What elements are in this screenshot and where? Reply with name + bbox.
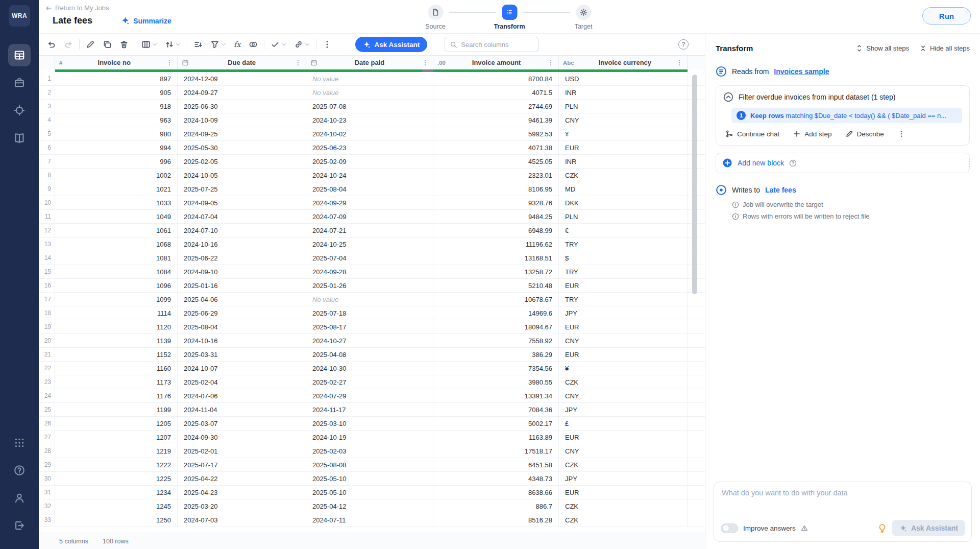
cell-invoice-no[interactable]: 1222 [55, 458, 178, 471]
column-menu-icon[interactable] [422, 59, 429, 66]
cell-invoice-currency[interactable]: CZK [559, 458, 688, 471]
row-number[interactable]: 13 [39, 237, 55, 251]
cell-invoice-amount[interactable]: 17518.17 [433, 444, 559, 458]
cell-invoice-amount[interactable]: 5992.53 [433, 127, 559, 140]
row-number[interactable]: 32 [39, 499, 55, 513]
cell-invoice-amount[interactable]: 3980.55 [433, 375, 559, 389]
cell-due-date[interactable]: 2024-12-09 [178, 72, 306, 85]
table-row[interactable]: 1811142025-06-292025-07-1814969.6JPY [39, 306, 705, 320]
cell-invoice-amount[interactable]: 7354.56 [433, 362, 559, 375]
table-row[interactable]: 3012252025-04-222025-05-104348.73JPY [39, 472, 705, 486]
table-row[interactable]: 1610962025-01-162025-01-265210.48EUR [39, 279, 705, 293]
cell-due-date[interactable]: 2024-09-10 [178, 265, 306, 278]
cell-due-date[interactable]: 2024-07-10 [178, 224, 306, 237]
cell-invoice-amount[interactable]: 13258.72 [433, 265, 559, 278]
cell-due-date[interactable]: 2024-11-04 [178, 403, 306, 416]
cell-invoice-no[interactable]: 980 [55, 127, 178, 140]
cell-invoice-no[interactable]: 1219 [55, 444, 178, 458]
row-number[interactable]: 26 [39, 417, 55, 430]
cell-invoice-no[interactable]: 1099 [55, 293, 178, 306]
cell-invoice-amount[interactable]: 13168.51 [433, 251, 559, 265]
table-row[interactable]: 18972024-12-09No value8700.84USD [39, 72, 705, 86]
cell-invoice-no[interactable]: 1250 [55, 513, 178, 527]
back-link[interactable]: Return to My Jobs [45, 4, 109, 12]
cell-date-paid[interactable]: 2025-07-08 [306, 100, 433, 113]
cell-invoice-no[interactable]: 1245 [55, 499, 178, 513]
cell-date-paid[interactable]: No value [306, 72, 433, 85]
table-row[interactable]: 3112342025-04-232025-05-108638.66EUR [39, 486, 705, 499]
table-row[interactable]: 69942025-05-302025-06-234071.38EUR [39, 141, 705, 155]
sidebar-item-signout[interactable] [8, 514, 31, 537]
cell-invoice-no[interactable]: 1068 [55, 237, 178, 251]
row-number[interactable]: 28 [39, 444, 55, 458]
filter-menu-button[interactable] [210, 40, 226, 49]
cell-date-paid[interactable]: 2025-06-23 [306, 141, 433, 154]
table-row[interactable]: 2111522025-03-312025-04-08386.29EUR [39, 348, 705, 362]
cell-invoice-amount[interactable]: 8700.84 [433, 72, 559, 85]
row-number[interactable]: 9 [39, 182, 55, 196]
cell-invoice-no[interactable]: 996 [55, 155, 178, 168]
cell-due-date[interactable]: 2024-10-07 [178, 362, 306, 375]
row-number[interactable]: 12 [39, 224, 55, 237]
show-all-steps-button[interactable]: Show all steps [855, 44, 909, 52]
column-header-invoice-currency[interactable]: Abc Invoice currency [559, 56, 688, 69]
cell-invoice-no[interactable]: 1120 [55, 320, 178, 333]
column-menu-icon[interactable] [547, 59, 554, 66]
step-target[interactable]: Target [547, 5, 621, 30]
cell-invoice-currency[interactable]: MD [559, 182, 688, 196]
row-number[interactable]: 16 [39, 279, 55, 292]
row-number[interactable]: 7 [39, 155, 55, 168]
cell-invoice-amount[interactable]: 7084.36 [433, 403, 559, 416]
cell-due-date[interactable]: 2024-07-04 [178, 210, 306, 223]
improve-answers-toggle[interactable] [721, 523, 738, 533]
table-row[interactable]: 1510842024-09-102024-09-2813258.72TRY [39, 265, 705, 279]
row-number[interactable]: 30 [39, 472, 55, 485]
cell-invoice-currency[interactable]: PLN [559, 100, 688, 113]
cell-invoice-amount[interactable]: 13391.34 [433, 389, 559, 402]
table-row[interactable]: 49632024-10-092024-10-239461.39CNY [39, 113, 705, 127]
cell-invoice-no[interactable]: 994 [55, 141, 178, 154]
table-row[interactable]: 79962025-02-052025-02-094525.05INR [39, 155, 705, 169]
cell-due-date[interactable]: 2025-06-30 [178, 100, 306, 113]
table-row[interactable]: 2311732025-02-042025-02-273980.55CZK [39, 375, 705, 389]
table-row[interactable]: 1210612024-07-102024-07-216948.99€ [39, 224, 705, 237]
cell-date-paid[interactable]: 2024-09-28 [306, 265, 433, 278]
cell-invoice-currency[interactable]: EUR [559, 279, 688, 292]
cell-date-paid[interactable]: 2024-10-24 [306, 169, 433, 182]
cell-due-date[interactable]: 2025-06-22 [178, 251, 306, 265]
row-number[interactable]: 33 [39, 513, 55, 527]
cell-date-paid[interactable]: 2024-10-19 [306, 431, 433, 444]
sidebar-item-editor[interactable] [8, 44, 31, 66]
row-number[interactable]: 10 [39, 196, 55, 209]
cell-invoice-currency[interactable]: JPY [559, 306, 688, 320]
cell-date-paid[interactable]: 2024-10-30 [306, 362, 433, 375]
cell-invoice-currency[interactable]: £ [559, 417, 688, 430]
cell-invoice-no[interactable]: 918 [55, 100, 178, 113]
cell-invoice-currency[interactable]: CNY [559, 444, 688, 458]
cell-invoice-no[interactable]: 1160 [55, 362, 178, 375]
cell-invoice-currency[interactable]: TRY [559, 237, 688, 251]
cell-invoice-currency[interactable]: CZK [559, 169, 688, 182]
table-row[interactable]: 2511992024-11-042024-11-177084.36JPY [39, 403, 705, 417]
cell-due-date[interactable]: 2025-03-07 [178, 417, 306, 430]
cell-date-paid[interactable]: 2025-02-27 [306, 375, 433, 389]
cell-due-date[interactable]: 2024-09-05 [178, 196, 306, 209]
suggestions-button[interactable] [877, 523, 887, 533]
search-columns-box[interactable] [445, 37, 538, 52]
cell-due-date[interactable]: 2024-09-27 [178, 86, 306, 99]
cell-date-paid[interactable]: 2024-07-11 [306, 513, 433, 527]
cell-date-paid[interactable]: 2024-11-17 [306, 403, 433, 416]
step-source[interactable]: Source [399, 5, 473, 30]
row-number[interactable]: 31 [39, 486, 55, 499]
cell-invoice-amount[interactable]: 4071.5 [433, 86, 559, 99]
cell-date-paid[interactable]: 2025-03-10 [306, 417, 433, 430]
cell-invoice-amount[interactable]: 6948.99 [433, 224, 559, 237]
table-row[interactable]: 39182025-06-302025-07-082744.69PLN [39, 100, 705, 113]
cell-due-date[interactable]: 2025-07-25 [178, 182, 306, 196]
cell-invoice-amount[interactable]: 886.7 [433, 499, 559, 513]
cell-invoice-currency[interactable]: DKK [559, 196, 688, 209]
column-header-invoice-no[interactable]: # Invoice no [55, 56, 178, 69]
table-row[interactable]: 1310682024-10-162024-10-2511196.62TRY [39, 237, 705, 251]
cell-due-date[interactable]: 2024-10-05 [178, 169, 306, 182]
table-row[interactable]: 3212452025-03-202025-04-12886.7CZK [39, 499, 705, 513]
